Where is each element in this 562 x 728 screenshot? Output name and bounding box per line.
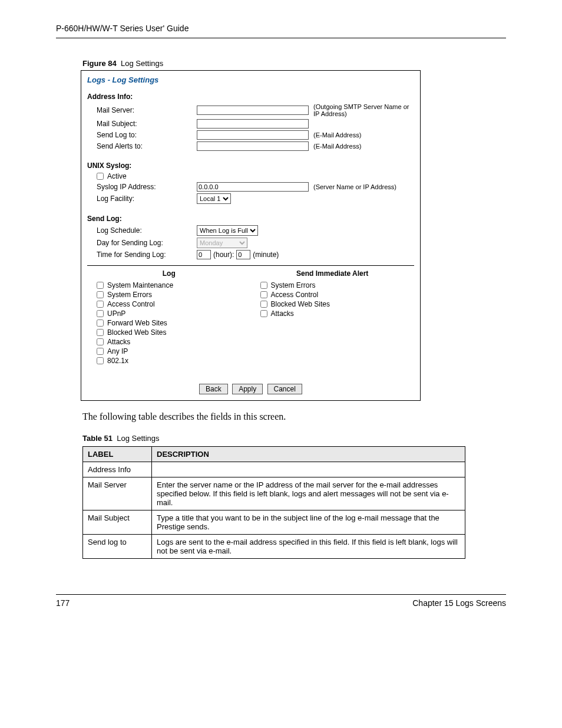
back-button[interactable]: Back — [199, 384, 228, 394]
send-log-header: Send Log: — [87, 215, 414, 223]
table-num: Table 51 — [82, 434, 113, 443]
send-log-to-input[interactable] — [197, 130, 309, 140]
cell-desc: Type a title that you want to be in the … — [152, 510, 465, 535]
figure-num: Figure 84 — [82, 59, 117, 68]
th-desc: DESCRIPTION — [152, 447, 465, 462]
minute-input[interactable] — [236, 250, 250, 259]
th-label: LABEL — [83, 447, 152, 462]
alert-cb-blocked-web-sites[interactable] — [260, 301, 267, 308]
log-label: System Maintenance — [107, 281, 173, 289]
table-row: Address Info — [83, 462, 465, 477]
hour-unit: (hour): — [213, 251, 234, 259]
log-label: Blocked Web Sites — [107, 328, 167, 337]
alert-cb-access-control[interactable] — [260, 291, 267, 298]
syslog-ip-hint: (Server Name or IP Address) — [313, 183, 396, 190]
chapter-name: Chapter 15 Logs Screens — [412, 598, 506, 608]
mail-subject-label: Mail Subject: — [87, 120, 197, 128]
alert-cb-system-errors[interactable] — [260, 282, 267, 289]
log-cb-upnp[interactable] — [97, 310, 104, 317]
hour-input[interactable] — [197, 250, 211, 259]
mail-subject-input[interactable] — [197, 119, 309, 129]
send-alerts-to-hint: (E-Mail Address) — [313, 143, 361, 150]
day-sending-label: Day for Sending Log: — [87, 239, 197, 247]
alert-label: System Errors — [271, 281, 316, 289]
active-label: Active — [107, 172, 127, 180]
address-info-header: Address Info: — [87, 93, 414, 101]
active-checkbox[interactable] — [97, 173, 104, 180]
log-cb-forward-web-sites[interactable] — [97, 319, 104, 327]
log-label: UPnP — [107, 309, 125, 318]
log-cb-system-maintenance[interactable] — [97, 282, 104, 289]
log-label: Attacks — [107, 338, 130, 346]
send-log-to-hint: (E-Mail Address) — [313, 131, 361, 139]
table-title: Log Settings — [117, 434, 159, 443]
log-column-header: Log — [87, 269, 251, 278]
cell-desc — [152, 462, 465, 477]
log-cb-blocked-web-sites[interactable] — [97, 329, 104, 336]
alert-label: Attacks — [271, 309, 294, 318]
table-row: Mail ServerEnter the server name or the … — [83, 477, 465, 510]
page-number: 177 — [56, 598, 70, 608]
page-footer: 177 Chapter 15 Logs Screens — [56, 594, 506, 608]
cell-desc: Enter the server name or the IP address … — [152, 477, 465, 510]
log-schedule-select[interactable]: When Log is Full — [197, 225, 258, 236]
cell-desc: Logs are sent to the e-mail address spec… — [152, 535, 465, 559]
page-header: P-660H/HW/W-T Series User' Guide — [56, 24, 506, 38]
log-cb-system-errors[interactable] — [97, 291, 104, 298]
time-sending-label: Time for Sending Log: — [87, 251, 197, 259]
figure-title: Log Settings — [121, 59, 163, 68]
log-facility-label: Log Facility: — [87, 195, 197, 203]
table-caption: Table 51 Log Settings — [82, 434, 527, 443]
minute-unit: (minute) — [253, 251, 279, 259]
table-row: Mail SubjectType a title that you want t… — [83, 510, 465, 535]
cell-label: Mail Server — [83, 477, 152, 510]
mail-server-hint: (Outgoing SMTP Server Name or IP Address… — [313, 103, 414, 117]
log-settings-screenshot: Logs - Log Settings Address Info: Mail S… — [81, 70, 421, 401]
cancel-button[interactable]: Cancel — [267, 384, 302, 394]
figure-caption: Figure 84 Log Settings — [82, 59, 527, 68]
alert-label: Blocked Web Sites — [271, 300, 330, 308]
log-settings-table: LABEL DESCRIPTION Address Info Mail Serv… — [82, 446, 465, 559]
send-alerts-to-label: Send Alerts to: — [87, 142, 197, 150]
cell-label: Address Info — [83, 462, 152, 477]
log-cb-8021x[interactable] — [97, 357, 104, 364]
mail-server-input[interactable] — [197, 106, 309, 115]
syslog-ip-label: Syslog IP Address: — [87, 183, 197, 191]
apply-button[interactable]: Apply — [232, 384, 263, 394]
day-sending-select[interactable]: Monday — [197, 238, 247, 248]
panel-title: Logs - Log Settings — [87, 75, 414, 84]
mail-server-label: Mail Server: — [87, 106, 197, 114]
table-row: Send log toLogs are sent to the e-mail a… — [83, 535, 465, 559]
log-schedule-label: Log Schedule: — [87, 226, 197, 235]
log-label: Any IP — [107, 347, 128, 355]
syslog-ip-input[interactable] — [197, 182, 309, 192]
log-cb-any-ip[interactable] — [97, 348, 104, 355]
log-label: System Errors — [107, 291, 152, 299]
alert-label: Access Control — [271, 291, 319, 299]
log-label: Forward Web Sites — [107, 319, 167, 327]
log-label: 802.1x — [107, 357, 128, 365]
log-facility-select[interactable]: Local 1 — [197, 193, 231, 204]
send-log-to-label: Send Log to: — [87, 131, 197, 139]
log-cb-attacks[interactable] — [97, 338, 104, 345]
cell-label: Send log to — [83, 535, 152, 559]
log-label: Access Control — [107, 300, 155, 308]
body-text: The following table describes the fields… — [82, 411, 527, 422]
unix-syslog-header: UNIX Syslog: — [87, 162, 414, 170]
alert-column-header: Send Immediate Alert — [251, 269, 415, 278]
cell-label: Mail Subject — [83, 510, 152, 535]
log-cb-access-control[interactable] — [97, 301, 104, 308]
send-alerts-to-input[interactable] — [197, 141, 309, 151]
alert-cb-attacks[interactable] — [260, 310, 267, 317]
